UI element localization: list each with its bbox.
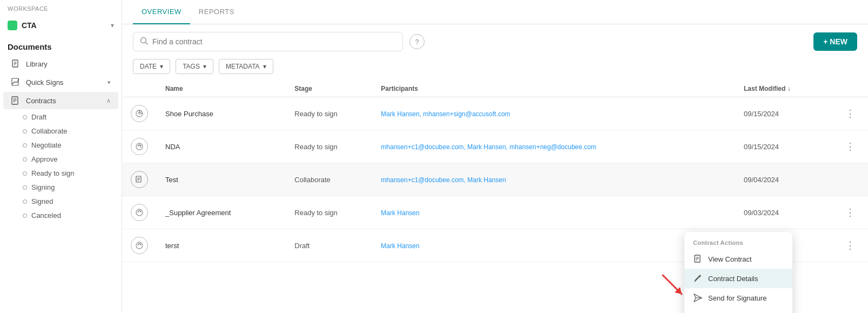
- row3-date: 09/04/2024: [744, 176, 779, 184]
- row4-icon-cell: [122, 196, 157, 229]
- row2-name: NDA: [165, 143, 180, 151]
- row2-icon-cell: [122, 130, 157, 163]
- sidebar-item-signed[interactable]: Signed: [18, 195, 118, 208]
- row4-more-button[interactable]: ⋮: [841, 205, 859, 220]
- context-menu-view-contract[interactable]: View Contract: [684, 249, 792, 269]
- main-content: OVERVIEW REPORTS ? + NEW DATE ▾ TAGS ▾ M…: [122, 0, 868, 313]
- table-row: Shoe Purchase Ready to sign Mark Hansen,…: [122, 97, 868, 130]
- collaborate-label: Collaborate: [31, 127, 68, 135]
- workspace-label: Workspace: [0, 0, 122, 17]
- svg-point-18: [136, 242, 143, 249]
- row2-stage: Ready to sign: [294, 143, 338, 151]
- workspace-selector[interactable]: CTA ▾: [0, 17, 122, 36]
- sidebar-item-negotiate[interactable]: Negotiate: [18, 138, 118, 152]
- sidebar-item-ready-to-sign[interactable]: Ready to sign: [18, 167, 118, 180]
- search-icon: [140, 37, 148, 46]
- row1-participants-cell: Mark Hansen, mhansen+sign@accusoft.com: [372, 97, 735, 130]
- sidebar-item-canceled[interactable]: Canceled: [18, 209, 118, 222]
- col-participants: Participants: [372, 81, 735, 97]
- date-filter-button[interactable]: DATE ▾: [133, 59, 170, 74]
- row1-participants: Mark Hansen, mhansen+sign@accusoft.com: [381, 110, 510, 118]
- row4-participants-cell: Mark Hansen: [372, 196, 735, 229]
- documents-title: Documents: [0, 36, 122, 55]
- sidebar-item-approve[interactable]: Approve: [18, 152, 118, 166]
- tags-filter-button[interactable]: TAGS ▾: [176, 59, 213, 74]
- row5-stage-cell: Draft: [286, 229, 372, 262]
- row4-stage-cell: Ready to sign: [286, 196, 372, 229]
- contracts-table-wrap: Name Stage Participants Last Modified ↓: [122, 81, 868, 313]
- sidebar-item-quick-signs[interactable]: Quick Signs ▾: [3, 74, 118, 91]
- context-menu: Contract Actions View Contract Contract …: [684, 232, 792, 313]
- context-menu-contract-details[interactable]: Contract Details: [684, 269, 792, 288]
- metadata-filter-label: METADATA: [226, 63, 260, 70]
- context-menu-download-pdf[interactable]: PDF Download as PDF: [684, 308, 792, 313]
- new-button[interactable]: + NEW: [813, 32, 857, 51]
- tab-reports[interactable]: REPORTS: [190, 0, 243, 24]
- signing-label: Signing: [31, 183, 55, 191]
- row1-date: 09/15/2024: [744, 110, 779, 118]
- row2-date-cell: 09/15/2024: [735, 130, 832, 163]
- context-menu-send-signature[interactable]: Send for Signature: [684, 288, 792, 308]
- row1-more-button[interactable]: ⋮: [841, 106, 859, 121]
- row1-contract-icon: [131, 105, 148, 122]
- row4-stage: Ready to sign: [294, 209, 338, 217]
- search-input[interactable]: [152, 37, 396, 46]
- filters-bar: DATE ▾ TAGS ▾ METADATA ▾: [122, 59, 868, 81]
- row1-icon-cell: [122, 97, 157, 130]
- view-contract-icon: [693, 254, 703, 264]
- row2-name-cell: NDA: [157, 130, 286, 163]
- svg-line-10: [146, 43, 148, 45]
- row5-more-button[interactable]: ⋮: [841, 238, 859, 253]
- library-label: Library: [26, 60, 111, 68]
- ready-to-sign-label: Ready to sign: [31, 169, 75, 177]
- metadata-filter-button[interactable]: METADATA ▾: [219, 59, 273, 74]
- row3-name: Test: [165, 176, 178, 184]
- collaborate-dot-icon: [23, 129, 27, 134]
- contracts-icon: [11, 96, 21, 105]
- sidebar-item-contracts[interactable]: Contracts ∧: [3, 92, 118, 109]
- col-last-modified[interactable]: Last Modified ↓: [735, 81, 832, 97]
- quick-signs-chevron-icon: ▾: [107, 79, 111, 86]
- row5-stage: Draft: [294, 242, 309, 250]
- row2-actions-cell: ⋮: [832, 130, 868, 163]
- svg-point-17: [136, 209, 143, 216]
- contract-details-icon: [693, 274, 703, 283]
- contracts-label: Contracts: [26, 97, 101, 105]
- metadata-filter-chevron-icon: ▾: [263, 63, 266, 70]
- col-name: Name: [157, 81, 286, 97]
- col-stage: Stage: [286, 81, 372, 97]
- negotiate-dot-icon: [23, 143, 27, 148]
- sidebar-item-library[interactable]: Library: [3, 55, 118, 72]
- row5-participants: Mark Hansen: [381, 242, 419, 250]
- date-filter-chevron-icon: ▾: [160, 63, 163, 70]
- row2-more-button[interactable]: ⋮: [841, 139, 859, 154]
- row5-name-cell: terst: [157, 229, 286, 262]
- row3-stage-cell: Collaborate: [286, 163, 372, 196]
- tab-overview[interactable]: OVERVIEW: [133, 0, 190, 24]
- sidebar-item-draft[interactable]: Draft: [18, 110, 118, 124]
- sidebar-item-collaborate[interactable]: Collaborate: [18, 124, 118, 138]
- row3-date-cell: 09/04/2024: [735, 163, 832, 196]
- workspace-chevron-icon: ▾: [111, 22, 114, 29]
- col-icon: [122, 81, 157, 97]
- draft-label: Draft: [31, 113, 46, 121]
- table-row: _Supplier Agreement Ready to sign Mark H…: [122, 196, 868, 229]
- help-icon[interactable]: ?: [409, 34, 425, 49]
- ready-to-sign-dot-icon: [23, 171, 27, 176]
- svg-point-12: [136, 143, 143, 150]
- row3-actions-cell: [832, 163, 868, 196]
- row4-participants: Mark Hansen: [381, 209, 419, 217]
- draft-dot-icon: [23, 115, 27, 119]
- library-icon: [11, 59, 21, 69]
- sidebar-item-signing[interactable]: Signing: [18, 181, 118, 194]
- row4-date-cell: 09/03/2024: [735, 196, 832, 229]
- toolbar: ? + NEW: [122, 24, 868, 59]
- quick-signs-label: Quick Signs: [26, 78, 102, 86]
- send-signature-label: Send for Signature: [708, 294, 766, 302]
- row4-name: _Supplier Agreement: [165, 209, 231, 217]
- row2-participants: mhansen+c1@docubee.com, Mark Hansen, mha…: [381, 143, 596, 151]
- send-signature-icon: [693, 293, 703, 303]
- approve-label: Approve: [31, 155, 57, 163]
- row1-date-cell: 09/15/2024: [735, 97, 832, 130]
- row4-name-cell: _Supplier Agreement: [157, 196, 286, 229]
